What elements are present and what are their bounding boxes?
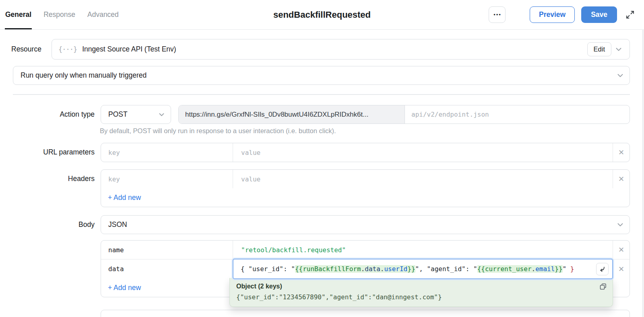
close-icon: ✕ xyxy=(618,175,624,183)
copy-icon xyxy=(599,282,607,291)
edit-resource-button[interactable]: Edit xyxy=(587,42,611,56)
resource-name: Inngest Source API (Test Env) xyxy=(82,45,176,54)
method-value: POST xyxy=(101,110,128,119)
expand-button[interactable] xyxy=(625,10,635,19)
body-label: Body xyxy=(0,215,95,234)
headers-label: Headers xyxy=(0,169,95,188)
remove-body-data-button[interactable]: ✕ xyxy=(613,259,630,278)
url-parameters-group: ✕ xyxy=(101,143,630,162)
template-expression-1: {{runBackfillForm.data.userId}} xyxy=(295,265,415,273)
preview-button[interactable]: Preview xyxy=(530,6,575,23)
url-parameters-label: URL parameters xyxy=(0,143,95,162)
header-key-input[interactable] xyxy=(108,170,233,188)
scrollbar[interactable] xyxy=(642,30,644,317)
body-name-row: name "retool/backfill.requested" ✕ xyxy=(101,241,630,259)
header-key-cell xyxy=(101,170,233,188)
tab-advanced-label: Advanced xyxy=(87,10,119,19)
endpoint-field-wrap xyxy=(405,105,630,124)
header-value-cell xyxy=(233,170,613,188)
section-divider xyxy=(13,94,630,95)
template-expression-2: {{current_user.email}} xyxy=(477,265,563,273)
run-trigger-value: Run query only when manually triggered xyxy=(13,71,147,80)
headers-group: ✕ + Add new xyxy=(101,169,630,207)
body-data-key: data xyxy=(108,265,124,273)
chevron-down-icon xyxy=(616,47,621,51)
url-parameter-row: ✕ xyxy=(101,143,630,162)
endpoint-input[interactable] xyxy=(411,105,630,124)
tab-response-label: Response xyxy=(43,10,75,19)
close-icon: ✕ xyxy=(618,148,624,157)
body-data-expression-editor[interactable]: { "user_id": "{{runBackfillForm.data.use… xyxy=(233,259,613,279)
data-expression-code: { "user_id": "{{runBackfillForm.data.use… xyxy=(241,265,574,273)
evaluation-type-label: Object (2 keys) xyxy=(236,283,606,290)
rest-api-resource-icon: {···} xyxy=(52,45,77,54)
expression-evaluation-popup: Object (2 keys) {"user_id":"1234567890",… xyxy=(229,278,613,307)
header-row: ✕ xyxy=(101,170,630,188)
body-type-value: JSON xyxy=(101,220,127,229)
resource-select[interactable]: {···} Inngest Source API (Test Env) Edit xyxy=(52,39,630,60)
close-icon: ✕ xyxy=(618,265,624,274)
url-param-key-input[interactable] xyxy=(108,143,233,162)
body-data-key-cell[interactable]: data xyxy=(101,259,233,278)
open-code-editor-button[interactable] xyxy=(596,263,609,275)
remove-body-name-button[interactable]: ✕ xyxy=(613,241,630,259)
body-name-value: "retool/backfill.requested" xyxy=(241,246,346,254)
tab-general-label: General xyxy=(5,10,31,19)
header-actions: ••• Preview Save xyxy=(489,6,635,23)
body-name-key: name xyxy=(108,246,124,254)
save-button-label: Save xyxy=(591,10,607,19)
next-field-row-partial[interactable] xyxy=(101,310,630,317)
remove-header-button[interactable]: ✕ xyxy=(613,170,630,188)
expand-icon xyxy=(625,10,635,19)
query-editor-panel: General Response Advanced sendBackfillRe… xyxy=(0,0,644,317)
post-helper-text: By default, POST will only run in respon… xyxy=(100,127,336,135)
body-name-value-cell[interactable]: "retool/backfill.requested" xyxy=(233,241,613,259)
resource-label: Resource xyxy=(11,39,41,60)
headers-add-new-button[interactable]: + Add new xyxy=(101,188,630,207)
ellipsis-icon: ••• xyxy=(493,12,502,18)
chevron-down-icon xyxy=(159,113,164,116)
tab-general[interactable]: General xyxy=(5,0,31,29)
run-trigger-select[interactable]: Run query only when manually triggered xyxy=(13,66,630,85)
remove-url-param-button[interactable]: ✕ xyxy=(613,143,630,162)
chevron-down-icon xyxy=(617,74,623,77)
close-icon: ✕ xyxy=(618,245,624,254)
body-type-select[interactable]: JSON xyxy=(101,215,630,234)
tab-bar: General Response Advanced xyxy=(5,0,119,29)
save-button[interactable]: Save xyxy=(581,6,617,23)
header-bar: General Response Advanced sendBackfillRe… xyxy=(0,0,644,30)
preview-button-label: Preview xyxy=(539,10,566,19)
action-type-label: Action type xyxy=(0,105,95,124)
body-name-key-cell[interactable]: name xyxy=(101,241,233,259)
base-url-prefix: https://inn.gs/e/GrxfNl-SIls_0Dv8buwtU4I… xyxy=(179,105,405,124)
open-editor-icon xyxy=(599,266,606,272)
url-param-value-input[interactable] xyxy=(241,143,613,162)
tab-advanced[interactable]: Advanced xyxy=(87,0,119,29)
active-tab-indicator xyxy=(5,28,32,30)
method-select[interactable]: POST xyxy=(101,105,171,124)
more-options-button[interactable]: ••• xyxy=(489,6,506,23)
chevron-down-icon xyxy=(617,223,623,226)
url-param-value-cell xyxy=(233,143,613,162)
evaluation-result-value: {"user_id":"1234567890","agent_id":"dan@… xyxy=(236,293,606,301)
copy-result-button[interactable] xyxy=(599,282,607,291)
body-data-row: data { "user_id": "{{runBackfillForm.dat… xyxy=(101,259,630,278)
query-title: sendBackfillRequested xyxy=(273,0,371,29)
edit-resource-label: Edit xyxy=(594,45,605,53)
header-value-input[interactable] xyxy=(241,170,613,188)
tab-response[interactable]: Response xyxy=(43,0,75,29)
url-field-group: https://inn.gs/e/GrxfNl-SIls_0Dv8buwtU4I… xyxy=(178,105,630,124)
url-param-key-cell xyxy=(101,143,233,162)
